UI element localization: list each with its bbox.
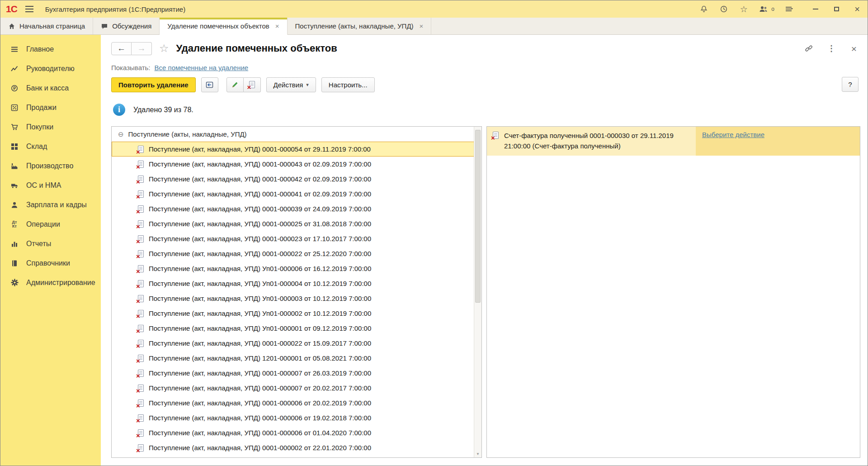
sidebar-item-label: Операции: [26, 220, 60, 228]
book-icon: [9, 260, 19, 267]
close-window-button[interactable]: ×: [852, 4, 862, 14]
tree-row-label: Поступление (акт, накладная, УПД) 0001-0…: [149, 414, 371, 422]
sidebar-item-bank-cash[interactable]: Банк и касса: [0, 78, 101, 98]
choose-action-link[interactable]: Выберите действие: [702, 131, 764, 138]
marked-doc-icon: [138, 235, 144, 243]
sidebar-item-operations[interactable]: ДтКт Операции: [0, 214, 101, 234]
sidebar-item-main[interactable]: Главное: [0, 39, 101, 59]
tree-row[interactable]: Поступление (акт, накладная, УПД) 0001-0…: [112, 157, 474, 171]
tree-row[interactable]: Поступление (акт, накладная, УПД) 0001-0…: [112, 440, 474, 455]
sidebar-item-salary-hr[interactable]: Зарплата и кадры: [0, 195, 101, 214]
action-cell[interactable]: Выберите действие: [696, 127, 860, 156]
marked-doc-icon: [249, 81, 255, 88]
get-link-icon[interactable]: [804, 44, 813, 53]
actions-dropdown-button[interactable]: Действия ▾: [266, 77, 316, 92]
history-clock-icon[interactable]: [719, 4, 729, 14]
marked-doc-icon: [138, 190, 144, 198]
status-text: Удалено 39 из 78.: [133, 106, 193, 114]
scrollbar-thumb[interactable]: [475, 130, 481, 303]
tree-row[interactable]: Поступление (акт, накладная, УПД) 0001-0…: [112, 201, 474, 216]
notifications-bell-icon[interactable]: [699, 4, 709, 14]
marked-doc-icon: [138, 295, 144, 302]
sidebar-item-sales[interactable]: Продажи: [0, 98, 101, 117]
tree-row-label: Поступление (акт, накладная, УПД) Уп01-0…: [149, 309, 371, 317]
tree-row[interactable]: Поступление (акт, накладная, УПД) Уп01-0…: [112, 321, 474, 336]
sidebar-item-reports[interactable]: Отчеты: [0, 234, 101, 253]
sidebar-item-label: Продажи: [26, 104, 57, 112]
back-button[interactable]: ←: [111, 42, 132, 55]
main-menu-icon[interactable]: [25, 6, 33, 12]
sidebar-item-label: Администрирование: [26, 279, 95, 287]
chat-icon: [101, 23, 108, 30]
add-to-favorites-star-icon[interactable]: ☆: [159, 42, 169, 55]
tree-row[interactable]: Поступление (акт, накладная, УПД) 0001-0…: [112, 380, 474, 395]
vertical-scrollbar[interactable]: ▼: [474, 127, 481, 457]
marked-objects-panel: ⊖ Поступление (акты, накладные, УПД) Пос…: [111, 126, 482, 458]
sidebar-item-warehouse[interactable]: Склад: [0, 137, 101, 156]
tree-row[interactable]: Поступление (акт, накладная, УПД) Уп01-0…: [112, 276, 474, 291]
tree-row[interactable]: Поступление (акт, накладная, УПД) 0001-0…: [112, 366, 474, 380]
show-filter-link[interactable]: Все помеченные на удаление: [155, 64, 249, 71]
home-icon: [8, 23, 15, 30]
window-title: Бухгалтерия предприятия (1С:Предприятие): [45, 5, 185, 13]
sidebar-item-purchases[interactable]: Покупки: [0, 117, 101, 137]
blocking-object-cell[interactable]: Счет-фактура полученный 0001-000030 от 2…: [487, 127, 696, 156]
factory-icon: [9, 162, 19, 170]
scrollbar-down-arrow[interactable]: ▼: [474, 452, 481, 456]
tree-row[interactable]: Поступление (акт, накладная, УПД) 0001-0…: [112, 425, 474, 440]
close-form-icon[interactable]: ×: [849, 44, 859, 53]
sidebar-item-production[interactable]: Производство: [0, 156, 101, 176]
tabbar: Начальная страница Обсуждения Удаление п…: [0, 18, 868, 35]
warehouse-grid-icon: [9, 143, 19, 150]
tree-row-label: Поступление (акт, накладная, УПД) 0001-0…: [149, 369, 371, 377]
tree-row[interactable]: Поступление (акт, накладная, УПД) 0001-0…: [112, 216, 474, 231]
tree-row[interactable]: Поступление (акт, накладная, УПД) 0001-0…: [112, 171, 474, 186]
blocking-object-row[interactable]: Счет-фактура полученный 0001-000030 от 2…: [487, 127, 860, 156]
open-object-button[interactable]: [201, 77, 218, 92]
menu-icon: [9, 46, 19, 53]
tree-row[interactable]: Поступление (акт, накладная, УПД) 1201-0…: [112, 351, 474, 366]
tree-row[interactable]: Поступление (акт, накладная, УПД) 0001-0…: [112, 410, 474, 425]
tab-deletion-of-marked-objects[interactable]: Удаление помеченных объектов ×: [160, 18, 287, 35]
titlebar-tools: ☆ o ×: [699, 4, 862, 14]
sidebar: Главное Руководителю Банк и касса Продаж…: [0, 35, 101, 466]
more-menu-icon[interactable]: ⋮: [827, 44, 836, 53]
sidebar-item-manager[interactable]: Руководителю: [0, 59, 101, 78]
titlebar: 1С Бухгалтерия предприятия (1С:Предприят…: [0, 0, 868, 18]
actions-label: Действия: [274, 81, 303, 89]
tab-label: Удаление помеченных объектов: [167, 22, 269, 30]
configure-button[interactable]: Настроить...: [321, 77, 375, 92]
tree-row[interactable]: Поступление (акт, накладная, УПД) 0001-0…: [112, 231, 474, 246]
sidebar-item-fixed-assets[interactable]: ОС и НМА: [0, 176, 101, 195]
minimize-button[interactable]: [811, 4, 821, 14]
forward-button[interactable]: →: [132, 42, 152, 55]
tree-row[interactable]: Поступление (акт, накладная, УПД) 0001-0…: [112, 186, 474, 201]
tree-group-header[interactable]: ⊖ Поступление (акты, накладные, УПД): [112, 127, 474, 142]
tree-row[interactable]: Поступление (акт, накладная, УПД) Уп01-0…: [112, 261, 474, 276]
gear-icon: [9, 279, 19, 286]
edit-pencil-button[interactable]: [226, 77, 244, 92]
service-menu-icon[interactable]: [784, 4, 794, 14]
1c-logo: 1С: [6, 4, 17, 14]
favorites-star-icon[interactable]: ☆: [739, 4, 749, 14]
discussions-users-icon[interactable]: [759, 4, 769, 14]
tree-row[interactable]: Поступление (акт, накладная, УПД) 0001-0…: [112, 395, 474, 410]
collapse-icon[interactable]: ⊖: [118, 130, 124, 138]
tree-row[interactable]: Поступление (акт, накладная, УПД) 0001-0…: [112, 336, 474, 351]
maximize-button[interactable]: [831, 4, 841, 14]
help-button[interactable]: ?: [842, 77, 859, 92]
repeat-delete-button[interactable]: Повторить удаление: [111, 77, 196, 92]
tree-row[interactable]: Поступление (акт, накладная, УПД) 0001-0…: [112, 246, 474, 261]
sidebar-item-administration[interactable]: Администрирование: [0, 273, 101, 292]
tab-close-icon[interactable]: ×: [275, 22, 279, 30]
tree-row[interactable]: Поступление (акт, накладная, УПД) Уп01-0…: [112, 291, 474, 306]
tab-close-icon[interactable]: ×: [420, 22, 424, 30]
tab-discussions[interactable]: Обсуждения: [93, 18, 160, 34]
tree-row[interactable]: Поступление (акт, накладная, УПД) 0001-0…: [112, 142, 474, 157]
sidebar-item-references[interactable]: Справочники: [0, 253, 101, 273]
tab-home[interactable]: Начальная страница: [0, 18, 93, 34]
tree-row[interactable]: Поступление (акт, накладная, УПД) Уп01-0…: [112, 306, 474, 321]
tree-row-label: Поступление (акт, накладная, УПД) 0001-0…: [149, 220, 371, 228]
set-deletion-mark-button[interactable]: [244, 77, 261, 92]
tab-receipts[interactable]: Поступление (акты, накладные, УПД) ×: [288, 18, 432, 34]
